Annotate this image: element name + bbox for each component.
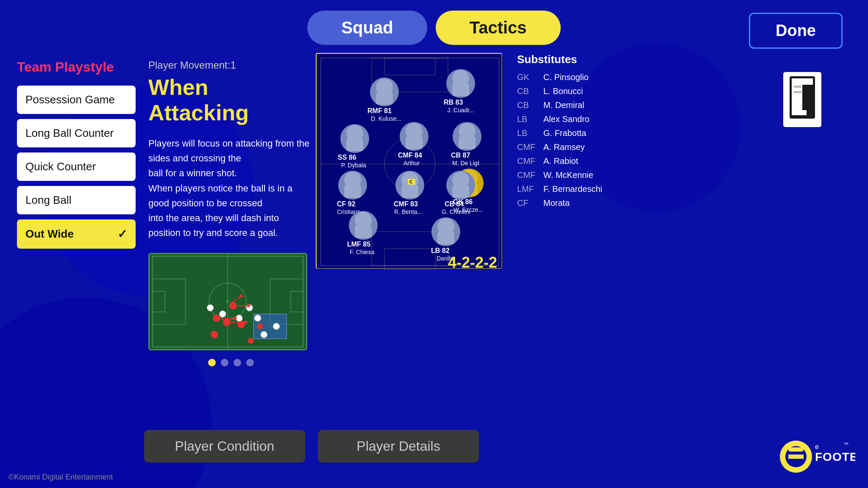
- svg-text:RMF  81: RMF 81: [367, 107, 392, 114]
- svg-rect-107: [788, 455, 804, 459]
- copyright: ©Konami Digital Entertainment: [8, 473, 113, 482]
- svg-text:CF  92: CF 92: [337, 200, 356, 208]
- svg-rect-77: [401, 185, 418, 198]
- efootball-logo: FOOTBALL e ™: [779, 435, 855, 480]
- sub-row-3: CB M. Demiral: [517, 100, 610, 110]
- sub-row-5: LB G. Frabotta: [517, 128, 610, 138]
- playstyle-item-possession[interactable]: Possession Game: [17, 86, 136, 114]
- svg-text:F. Chiesa: F. Chiesa: [350, 249, 375, 255]
- sub-row-4: LB Alex Sandro: [517, 114, 610, 124]
- svg-rect-62: [459, 136, 476, 149]
- svg-text:Arthur: Arthur: [403, 160, 420, 166]
- selected-checkmark: ✓: [117, 227, 127, 241]
- player-details-button[interactable]: Player Details: [318, 430, 479, 463]
- svg-rect-101: [792, 78, 813, 85]
- svg-point-12: [223, 319, 231, 326]
- bottom-buttons: Player Condition Player Details: [144, 430, 479, 463]
- formation-panel: RMF 81 D. Kuluse... RB 83 J. Cuadr... SS…: [316, 53, 502, 269]
- svg-text:P. Dybala: P. Dybala: [341, 162, 366, 169]
- svg-text:G. Chiellini: G. Chiellini: [442, 208, 470, 215]
- svg-point-16: [248, 338, 254, 344]
- svg-point-14: [211, 331, 218, 338]
- page-dot-2[interactable]: [221, 359, 228, 366]
- svg-rect-94: [437, 232, 454, 244]
- sub-row-2: CB L. Bonucci: [517, 86, 610, 96]
- svg-text:4-2-2-2: 4-2-2-2: [448, 254, 497, 270]
- svg-text:J. Cuadr...: J. Cuadr...: [447, 107, 474, 114]
- svg-text:CB  87: CB 87: [451, 152, 470, 159]
- svg-point-21: [254, 315, 261, 322]
- team-playstyle-panel: Team Playstyle Possession Game Long Ball…: [17, 59, 136, 254]
- header: Squad Tactics Done: [0, 0, 868, 55]
- substitutes-panel: Substitutes GK C. Pinsoglio CB L. Bonucc…: [517, 53, 610, 212]
- when-attacking-title: When Attacking: [148, 75, 314, 125]
- svg-rect-84: [452, 185, 469, 198]
- sub-row-6: CMF A. Ramsey: [517, 142, 610, 152]
- svg-point-18: [220, 311, 226, 318]
- svg-text:CMF  83: CMF 83: [394, 200, 418, 208]
- done-button[interactable]: Done: [749, 13, 843, 49]
- svg-point-23: [261, 331, 267, 338]
- svg-rect-102: [792, 110, 807, 115]
- juventus-logo: [771, 68, 834, 131]
- team-playstyle-title: Team Playstyle: [17, 59, 136, 75]
- svg-text:™: ™: [843, 441, 849, 447]
- sub-row-8: CMF W. McKennie: [517, 170, 610, 180]
- sub-row-1: GK C. Pinsoglio: [517, 72, 610, 82]
- svg-rect-108: [788, 447, 804, 452]
- svg-text:e: e: [815, 443, 820, 450]
- svg-text:LMF  85: LMF 85: [347, 241, 370, 248]
- svg-rect-57: [406, 136, 423, 149]
- tab-squad[interactable]: Squad: [307, 11, 427, 45]
- sub-row-10: CF Morata: [517, 198, 610, 208]
- sub-row-7: CMF A. Rabiot: [517, 156, 610, 166]
- svg-text:CB  84: CB 84: [445, 200, 464, 208]
- playstyle-item-long-ball[interactable]: Long Ball: [17, 186, 136, 214]
- svg-text:C: C: [409, 179, 413, 184]
- svg-rect-47: [452, 83, 469, 96]
- svg-text:D. Kuluse...: D. Kuluse...: [371, 115, 401, 122]
- player-movement-label: Player Movement:1: [148, 59, 314, 71]
- svg-text:SS  86: SS 86: [338, 154, 356, 161]
- svg-text:M. De Ligt: M. De Ligt: [452, 160, 479, 166]
- svg-point-11: [213, 315, 220, 322]
- page-dot-3[interactable]: [234, 359, 241, 366]
- playstyle-item-out-wide[interactable]: Out Wide ✓: [17, 219, 136, 249]
- svg-rect-89: [355, 225, 372, 238]
- substitutes-title: Substitutes: [517, 53, 610, 66]
- middle-panel: Player Movement:1 When Attacking Players…: [148, 59, 314, 366]
- page-dot-1[interactable]: [208, 359, 216, 366]
- svg-text:RB  83: RB 83: [444, 99, 463, 106]
- player-condition-button[interactable]: Player Condition: [144, 430, 305, 463]
- svg-rect-72: [344, 185, 361, 198]
- svg-rect-103: [794, 86, 801, 88]
- svg-text:FOOTBALL: FOOTBALL: [815, 450, 855, 463]
- tab-tactics[interactable]: Tactics: [436, 11, 561, 45]
- playstyle-item-quick-counter[interactable]: Quick Counter: [17, 152, 136, 181]
- svg-point-17: [207, 305, 214, 311]
- attacking-description: Players will focus on attacking from the…: [148, 136, 314, 240]
- playstyle-item-longball-counter[interactable]: Long Ball Counter: [17, 119, 136, 147]
- svg-text:R. Benta...: R. Benta...: [394, 208, 422, 215]
- svg-rect-42: [376, 92, 393, 105]
- svg-rect-52: [346, 139, 363, 151]
- svg-point-15: [257, 324, 263, 330]
- page-dot-4[interactable]: [246, 359, 254, 366]
- svg-text:CMF  84: CMF 84: [398, 152, 422, 159]
- field-diagram: [148, 253, 307, 350]
- svg-point-13: [237, 321, 245, 328]
- svg-point-22: [273, 323, 280, 330]
- svg-text:LB  82: LB 82: [431, 247, 450, 254]
- pagination: [148, 359, 314, 366]
- sub-row-9: LMF F. Bernardeschi: [517, 184, 610, 194]
- svg-rect-104: [794, 91, 801, 93]
